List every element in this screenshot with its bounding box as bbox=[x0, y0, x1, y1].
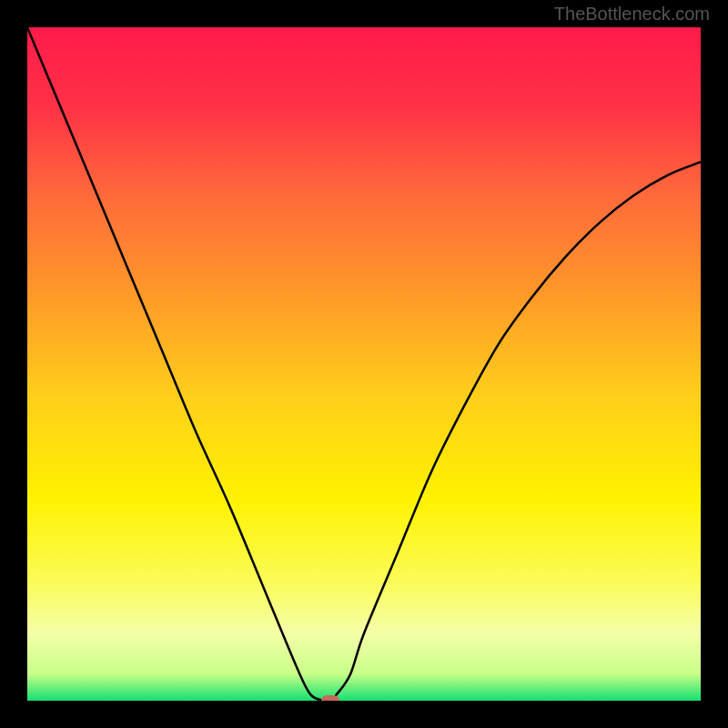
curve-layer bbox=[27, 27, 701, 701]
bottleneck-curve bbox=[27, 27, 701, 701]
optimal-point-marker bbox=[321, 695, 339, 701]
plot-area bbox=[27, 27, 701, 701]
watermark-text: TheBottleneck.com bbox=[554, 4, 710, 25]
